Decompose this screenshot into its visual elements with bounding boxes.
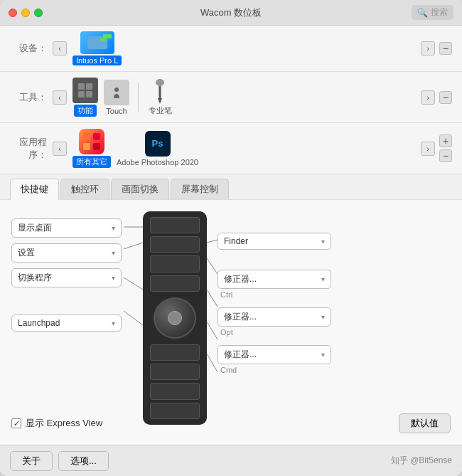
express-view-label: 显示 Express View: [26, 417, 102, 430]
app-next-btn[interactable]: ›: [421, 142, 435, 156]
func-label: 功能: [74, 105, 97, 117]
svg-line-18: [207, 290, 217, 307]
right-arrow-3: ▾: [321, 351, 325, 359]
device-action-btns: −: [439, 42, 452, 55]
titlebar: Wacom 数位板 🔍 搜索: [0, 0, 462, 26]
window-title: Wacom 数位板: [200, 6, 262, 19]
right-dropdown-finder[interactable]: Finder ▾: [217, 233, 331, 250]
traffic-lights: [9, 9, 43, 17]
close-button[interactable]: [9, 9, 17, 17]
app-prev-btn[interactable]: ‹: [53, 142, 67, 156]
express-key-8[interactable]: [150, 403, 200, 419]
device-label: 设备：: [10, 42, 53, 55]
tool-label: 工具：: [10, 91, 53, 104]
control-row-1: 设置 ▾: [11, 243, 154, 263]
dropdown-settings[interactable]: 设置 ▾: [11, 243, 122, 263]
tool-next-btn[interactable]: ›: [421, 90, 435, 105]
about-button[interactable]: 关于: [10, 451, 53, 471]
right-arrow-0: ▾: [321, 238, 325, 245]
footer: 关于 选项... 知乎 @Bit5ense: [0, 445, 462, 476]
tool-item-touch[interactable]: Touch: [104, 80, 129, 115]
center-device: [143, 211, 207, 425]
svg-line-16: [207, 240, 217, 243]
svg-rect-11: [93, 143, 100, 150]
maximize-button[interactable]: [34, 9, 43, 17]
device-next-btn[interactable]: ›: [421, 41, 435, 55]
express-key-1[interactable]: [150, 217, 200, 233]
device-prev-btn[interactable]: ‹: [53, 41, 67, 55]
minimize-button[interactable]: [21, 9, 30, 17]
dropdown-show-desktop[interactable]: 显示桌面 ▾: [11, 218, 122, 238]
express-key-6[interactable]: [150, 364, 200, 380]
app-item-ps[interactable]: Ps Adobe Photoshop 2020: [117, 131, 198, 166]
tool-divider: [138, 83, 139, 112]
bottom-area: ✓ 显示 Express View 默认值: [11, 408, 451, 433]
app-all-label: 所有其它: [72, 156, 111, 168]
express-key-5[interactable]: [150, 344, 200, 361]
right-row-0: Finder ▾: [217, 233, 360, 250]
options-button[interactable]: 选项...: [58, 451, 109, 471]
app-minus-btn[interactable]: −: [439, 149, 452, 162]
left-controls: 显示桌面 ▾ 设置 ▾ 切换程序 ▾: [11, 211, 154, 408]
right-dropdown-modifier3[interactable]: 修正器... ▾: [217, 345, 331, 364]
tool-minus-btn[interactable]: −: [439, 91, 452, 104]
right-dropdown-modifier2[interactable]: 修正器... ▾: [217, 307, 331, 327]
right-row-3: 修正器... ▾ Cmd: [217, 345, 360, 374]
pen-label: 专业笔: [149, 105, 172, 116]
express-key-3[interactable]: [150, 255, 200, 272]
device-minus-btn[interactable]: −: [439, 42, 452, 55]
default-button[interactable]: 默认值: [399, 413, 451, 433]
svg-marker-6: [158, 98, 162, 104]
express-view-checkbox[interactable]: ✓: [11, 418, 21, 428]
tab-screen-switch[interactable]: 画面切换: [111, 179, 169, 199]
svg-rect-8: [83, 133, 90, 140]
right-arrow-1: ▾: [321, 275, 325, 283]
tab-shortcuts[interactable]: 快捷键: [10, 179, 59, 200]
svg-line-20: [207, 354, 217, 372]
control-row-2: 切换程序 ▾: [11, 268, 154, 287]
tool-prev-btn[interactable]: ‹: [53, 90, 67, 105]
dropdown-launchpad[interactable]: Launchpad ▾: [11, 314, 122, 332]
tool-row: 工具： ‹ 功能: [0, 72, 462, 123]
touch-label: Touch: [106, 107, 127, 115]
dial-wheel[interactable]: [154, 297, 196, 339]
tab-screen-ctrl[interactable]: 屏幕控制: [171, 179, 229, 199]
touch-icon: [104, 80, 129, 105]
express-key-7[interactable]: [150, 383, 200, 399]
dropdown-arrow-0: ▾: [112, 224, 115, 232]
svg-point-4: [114, 88, 119, 92]
func-icon: [72, 78, 98, 103]
right-row-2: 修正器... ▾ Opt: [217, 307, 360, 337]
app-ps-icon: Ps: [145, 131, 171, 157]
app-plus-btn[interactable]: +: [439, 134, 452, 147]
tab-touch-ring[interactable]: 触控环: [60, 179, 109, 199]
main-panel: 显示桌面 ▾ 设置 ▾ 切换程序 ▾: [0, 200, 462, 445]
app-items: 所有其它 Ps Adobe Photoshop 2020: [67, 129, 421, 168]
svg-point-7: [156, 79, 164, 86]
tool-action-btns: −: [439, 91, 452, 104]
panel-body: 显示桌面 ▾ 设置 ▾ 切换程序 ▾: [11, 211, 451, 408]
app-label: 应用程序：: [10, 136, 53, 162]
right-dropdown-modifier1[interactable]: 修正器... ▾: [217, 270, 331, 289]
app-item-all[interactable]: 所有其它: [72, 129, 111, 168]
device-item-intuos[interactable]: Intuos Pro L: [72, 31, 122, 65]
svg-line-19: [207, 322, 217, 339]
right-arrow-2: ▾: [321, 313, 325, 321]
checkbox-row: ✓ 显示 Express View: [11, 417, 102, 430]
device-items: Intuos Pro L: [67, 31, 421, 65]
app-all-icon: [79, 129, 104, 154]
control-row-3: Launchpad ▾: [11, 314, 154, 332]
content-area: 设备： ‹ Intuos Pro L › − 工具： ‹: [0, 26, 462, 476]
right-sublabel-1: Ctrl: [217, 290, 360, 299]
search-placeholder: 搜索: [431, 6, 448, 18]
dropdown-switch-app[interactable]: 切换程序 ▾: [11, 268, 122, 287]
tool-items: 功能 Touch: [67, 78, 421, 117]
device-name: Intuos Pro L: [72, 55, 122, 65]
tool-item-func[interactable]: 功能: [72, 78, 98, 117]
tool-item-pen[interactable]: 专业笔: [147, 78, 173, 116]
express-key-2[interactable]: [150, 236, 200, 253]
search-box[interactable]: 🔍 搜索: [412, 5, 453, 20]
app-row: 应用程序： ‹ 所有其它 Ps Adobe: [0, 123, 462, 174]
right-sublabel-3: Cmd: [217, 366, 360, 374]
express-key-4[interactable]: [150, 275, 200, 292]
